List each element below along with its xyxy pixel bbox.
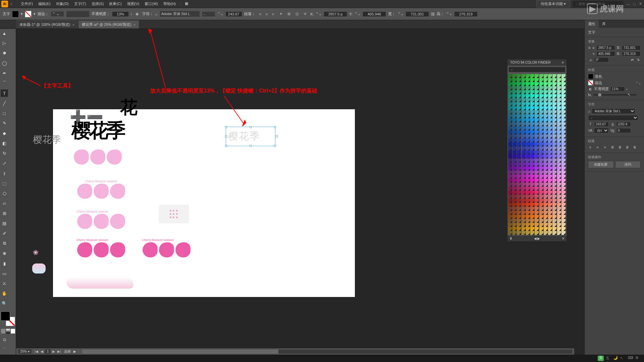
color-swatch[interactable] bbox=[561, 215, 566, 219]
color-swatch[interactable] bbox=[557, 150, 561, 155]
color-swatch[interactable] bbox=[517, 211, 521, 215]
color-swatch[interactable] bbox=[508, 211, 512, 215]
color-swatch[interactable] bbox=[522, 167, 526, 171]
color-swatch[interactable] bbox=[552, 122, 556, 126]
color-swatch[interactable] bbox=[517, 199, 521, 203]
color-swatch[interactable] bbox=[557, 207, 561, 211]
color-swatch[interactable] bbox=[526, 207, 530, 211]
blend-tool-icon[interactable]: ⧉ bbox=[1, 240, 8, 247]
color-swatch[interactable] bbox=[539, 179, 543, 183]
rotate-tool-icon[interactable]: ↻ bbox=[1, 150, 8, 157]
color-swatch[interactable] bbox=[526, 114, 530, 118]
color-swatch[interactable] bbox=[522, 227, 526, 231]
color-swatch[interactable] bbox=[557, 146, 561, 150]
color-swatch[interactable] bbox=[517, 203, 521, 207]
color-swatch[interactable] bbox=[535, 187, 539, 191]
opacity-input[interactable]: 13% bbox=[112, 11, 129, 17]
color-swatch[interactable] bbox=[552, 195, 556, 199]
color-swatch[interactable] bbox=[561, 199, 566, 203]
color-swatch[interactable] bbox=[539, 114, 543, 118]
color-swatch[interactable] bbox=[557, 211, 561, 215]
color-swatch[interactable] bbox=[530, 78, 534, 82]
color-swatch[interactable] bbox=[544, 90, 548, 94]
color-swatch[interactable] bbox=[522, 207, 526, 211]
color-swatch[interactable] bbox=[561, 227, 566, 231]
color-swatch[interactable] bbox=[548, 150, 552, 155]
color-swatch[interactable] bbox=[539, 130, 543, 134]
zoom-tool-icon[interactable]: 🔍 bbox=[1, 300, 8, 307]
color-swatch[interactable] bbox=[530, 82, 534, 86]
color-swatch[interactable] bbox=[561, 167, 566, 171]
color-swatch[interactable] bbox=[557, 175, 561, 179]
color-swatch[interactable] bbox=[522, 110, 526, 114]
color-swatch[interactable] bbox=[557, 98, 561, 102]
tray-icon[interactable]: 🌙 bbox=[613, 356, 619, 361]
color-swatch[interactable] bbox=[557, 118, 561, 122]
menu-type[interactable]: 文字(T) bbox=[71, 0, 89, 7]
color-swatch[interactable] bbox=[548, 102, 552, 106]
color-swatch[interactable] bbox=[513, 106, 517, 110]
color-swatch[interactable] bbox=[517, 78, 521, 82]
prev-swatch-icon[interactable]: ◀ bbox=[534, 237, 537, 240]
search-font-icon[interactable]: ⌕ bbox=[155, 12, 158, 16]
artboard-tool-icon[interactable]: ▭ bbox=[1, 270, 8, 277]
color-swatch[interactable] bbox=[530, 150, 534, 155]
x-input[interactable]: 2857.5 p bbox=[324, 11, 347, 17]
color-swatch[interactable] bbox=[561, 122, 566, 126]
color-swatch[interactable] bbox=[508, 94, 512, 98]
color-swatch[interactable] bbox=[539, 90, 543, 94]
color-swatch[interactable] bbox=[544, 82, 548, 86]
color-swatch[interactable] bbox=[513, 179, 517, 183]
color-swatch[interactable] bbox=[513, 223, 517, 227]
color-swatch[interactable] bbox=[535, 171, 539, 175]
color-swatch[interactable] bbox=[548, 187, 552, 191]
color-swatch[interactable] bbox=[530, 94, 534, 98]
color-swatch[interactable] bbox=[539, 207, 543, 211]
color-swatch[interactable] bbox=[544, 86, 548, 90]
color-swatch[interactable] bbox=[557, 195, 561, 199]
color-swatch[interactable] bbox=[548, 122, 552, 126]
color-swatch[interactable] bbox=[535, 155, 539, 159]
menu-window[interactable]: 窗口(W) bbox=[142, 0, 161, 7]
draw-mode-fill-icon[interactable] bbox=[1, 329, 5, 334]
color-swatch[interactable] bbox=[535, 110, 539, 114]
color-swatch[interactable] bbox=[539, 86, 543, 90]
color-swatch[interactable] bbox=[561, 146, 566, 150]
color-swatch[interactable] bbox=[557, 106, 561, 110]
slice-tool-icon[interactable]: ⚔ bbox=[1, 280, 8, 287]
color-swatch[interactable] bbox=[508, 171, 512, 175]
color-swatch[interactable] bbox=[526, 195, 530, 199]
color-swatch[interactable] bbox=[552, 118, 556, 122]
color-swatch[interactable] bbox=[552, 74, 556, 78]
color-swatch[interactable] bbox=[535, 86, 539, 90]
color-swatch[interactable] bbox=[544, 142, 548, 146]
color-swatch[interactable] bbox=[530, 227, 534, 231]
color-swatch[interactable] bbox=[508, 183, 512, 187]
last-artboard-icon[interactable]: ▶| bbox=[57, 349, 61, 354]
line-tool-icon[interactable]: ╱ bbox=[1, 100, 8, 107]
lasso-tool-icon[interactable]: ◯ bbox=[1, 60, 8, 67]
color-swatch[interactable] bbox=[548, 78, 552, 82]
color-swatch[interactable] bbox=[561, 142, 566, 146]
ime-mode-icon[interactable]: 五 bbox=[606, 356, 611, 361]
selection-bbox[interactable] bbox=[226, 127, 275, 146]
color-swatch[interactable] bbox=[530, 179, 534, 183]
doc-tab-1[interactable]: 未标题-1* @ 100% (RGB/预览)× bbox=[16, 20, 78, 28]
color-swatch[interactable] bbox=[552, 86, 556, 90]
color-swatch[interactable] bbox=[517, 98, 521, 102]
color-swatch[interactable] bbox=[544, 102, 548, 106]
color-swatch[interactable] bbox=[517, 195, 521, 199]
color-swatch[interactable] bbox=[522, 98, 526, 102]
color-swatch[interactable] bbox=[522, 86, 526, 90]
color-swatch[interactable] bbox=[544, 118, 548, 122]
properties-tab[interactable]: 属性 bbox=[585, 20, 599, 28]
color-swatch[interactable] bbox=[517, 146, 521, 150]
color-swatch[interactable] bbox=[561, 106, 566, 110]
color-swatch[interactable] bbox=[557, 231, 561, 235]
color-swatch[interactable] bbox=[535, 130, 539, 134]
prop-y-input[interactable] bbox=[596, 51, 615, 56]
color-swatch[interactable] bbox=[552, 130, 556, 134]
menu-view[interactable]: 视图(V) bbox=[124, 0, 142, 7]
color-swatch[interactable] bbox=[522, 114, 526, 118]
color-swatch[interactable] bbox=[535, 183, 539, 187]
